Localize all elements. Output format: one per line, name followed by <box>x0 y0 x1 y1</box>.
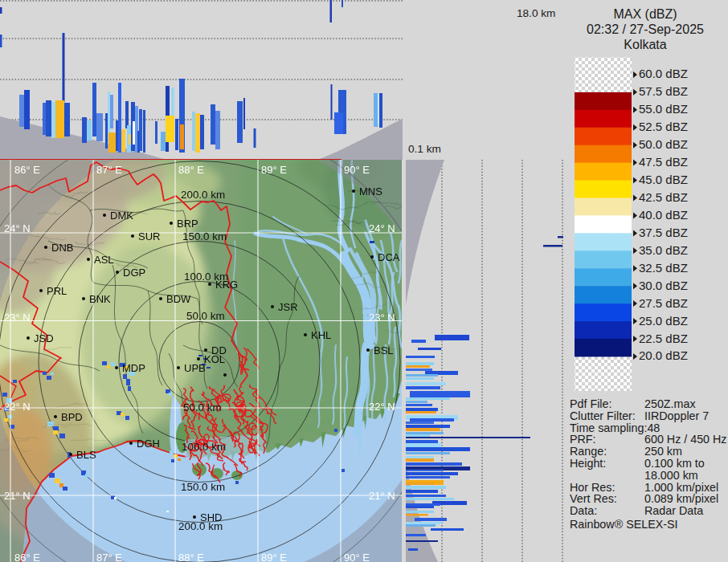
svg-text:Range:: Range: <box>570 445 607 458</box>
svg-text:250Z.max: 250Z.max <box>644 397 696 410</box>
svg-text:Hor Res:: Hor Res: <box>570 481 615 494</box>
svg-text:BSL: BSL <box>374 344 394 356</box>
svg-text:BLS: BLS <box>76 449 96 461</box>
svg-text:BNK: BNK <box>89 293 111 305</box>
svg-text:Data:: Data: <box>570 504 597 517</box>
svg-text:DMK: DMK <box>110 210 133 222</box>
svg-text:DGP: DGP <box>123 267 145 279</box>
svg-text:1.000 km/pixel: 1.000 km/pixel <box>644 481 718 494</box>
svg-text:50.0 dBZ: 50.0 dBZ <box>639 137 688 151</box>
svg-text:86° E: 86° E <box>14 164 40 176</box>
svg-text:27.5 dBZ: 27.5 dBZ <box>639 296 688 310</box>
svg-text:Time sampling:48: Time sampling:48 <box>570 422 660 434</box>
svg-text:57.5 dBZ: 57.5 dBZ <box>639 84 688 98</box>
svg-text:52.5 dBZ: 52.5 dBZ <box>639 120 688 133</box>
svg-text:55.0 dBZ: 55.0 dBZ <box>639 102 688 116</box>
svg-text:Vert Res:: Vert Res: <box>570 492 617 505</box>
svg-text:UPB: UPB <box>184 362 206 374</box>
svg-text:KOL: KOL <box>204 353 225 365</box>
svg-text:23° N: 23° N <box>369 312 395 324</box>
svg-text:200.0 km: 200.0 km <box>181 189 225 201</box>
svg-text:0.100 km to: 0.100 km to <box>644 457 705 470</box>
svg-text:25.0 dBZ: 25.0 dBZ <box>639 314 688 328</box>
svg-text:0.089 km/pixel: 0.089 km/pixel <box>644 492 718 505</box>
svg-text:02:32 / 27-Sep-2025: 02:32 / 27-Sep-2025 <box>587 22 704 36</box>
svg-text:600 Hz / 450 Hz: 600 Hz / 450 Hz <box>644 433 727 446</box>
svg-text:MDP: MDP <box>122 362 145 374</box>
svg-text:24° N: 24° N <box>369 222 395 234</box>
svg-text:32.5 dBZ: 32.5 dBZ <box>639 261 688 275</box>
svg-text:JSR: JSR <box>278 301 298 313</box>
svg-text:90° E: 90° E <box>344 164 370 176</box>
svg-text:24° N: 24° N <box>4 222 31 234</box>
svg-text:BRP: BRP <box>177 218 198 230</box>
svg-text:Pdf File:: Pdf File: <box>570 397 611 410</box>
svg-text:22.5 dBZ: 22.5 dBZ <box>639 332 688 345</box>
svg-text:87° E: 87° E <box>96 164 122 176</box>
svg-text:87° E: 87° E <box>96 552 122 562</box>
svg-text:89° E: 89° E <box>261 552 287 562</box>
svg-text:KRG: KRG <box>215 279 238 291</box>
svg-text:KHL: KHL <box>311 329 331 341</box>
svg-text:IIRDoppler 7: IIRDoppler 7 <box>644 409 709 422</box>
svg-text:88° E: 88° E <box>178 164 204 176</box>
svg-text:MNS: MNS <box>359 185 382 198</box>
svg-text:22° N: 22° N <box>4 401 31 413</box>
svg-text:Kolkata: Kolkata <box>624 38 666 51</box>
svg-text:150.0 km: 150.0 km <box>182 230 227 242</box>
svg-text:SUR: SUR <box>138 230 160 242</box>
svg-text:18.000 km: 18.000 km <box>644 469 698 482</box>
svg-text:89° E: 89° E <box>261 164 287 176</box>
svg-text:Radar Data: Radar Data <box>644 504 703 517</box>
svg-text:40.0 dBZ: 40.0 dBZ <box>639 208 688 222</box>
svg-text:PRF:: PRF: <box>570 433 596 446</box>
svg-text:0.1 km: 0.1 km <box>408 143 441 155</box>
svg-text:18.0 km: 18.0 km <box>517 7 555 19</box>
svg-text:250 km: 250 km <box>644 445 682 458</box>
svg-text:90° E: 90° E <box>344 552 370 562</box>
svg-text:21° N: 21° N <box>4 490 31 502</box>
svg-text:30.0 dBZ: 30.0 dBZ <box>639 279 688 292</box>
svg-text:150.0 km: 150.0 km <box>181 481 225 493</box>
svg-text:88° E: 88° E <box>178 552 204 562</box>
svg-text:50.0 km: 50.0 km <box>183 401 222 413</box>
svg-text:SHD: SHD <box>200 511 222 523</box>
svg-text:ASL: ASL <box>94 254 114 266</box>
svg-text:45.0 dBZ: 45.0 dBZ <box>639 173 688 186</box>
svg-text:20.0 dBZ: 20.0 dBZ <box>639 348 688 362</box>
svg-text:DCA: DCA <box>378 251 400 263</box>
svg-text:42.5 dBZ: 42.5 dBZ <box>639 190 688 204</box>
svg-text:100.0 km: 100.0 km <box>182 441 226 453</box>
svg-text:47.5 dBZ: 47.5 dBZ <box>639 155 688 169</box>
svg-text:23° N: 23° N <box>4 312 31 324</box>
svg-text:22° N: 22° N <box>369 401 395 413</box>
svg-text:BPD: BPD <box>61 411 83 423</box>
svg-text:Height:: Height: <box>570 457 606 470</box>
svg-text:DGH: DGH <box>137 438 160 450</box>
svg-text:DNB: DNB <box>51 242 73 254</box>
svg-text:37.5 dBZ: 37.5 dBZ <box>639 226 688 239</box>
svg-text:Clutter Filter:: Clutter Filter: <box>570 409 636 422</box>
svg-text:50.0 km: 50.0 km <box>186 310 225 322</box>
svg-text:JSD: JSD <box>34 332 54 344</box>
svg-text:Rainbow® SELEX-SI: Rainbow® SELEX-SI <box>570 518 678 531</box>
svg-text:21° N: 21° N <box>369 490 395 502</box>
svg-text:86° E: 86° E <box>14 552 40 562</box>
svg-text:BDW: BDW <box>166 293 191 305</box>
svg-text:PRL: PRL <box>47 285 67 297</box>
svg-text:35.0 dBZ: 35.0 dBZ <box>639 243 688 257</box>
svg-text:MAX (dBZ): MAX (dBZ) <box>613 7 677 21</box>
svg-text:60.0 dBZ: 60.0 dBZ <box>639 67 688 80</box>
